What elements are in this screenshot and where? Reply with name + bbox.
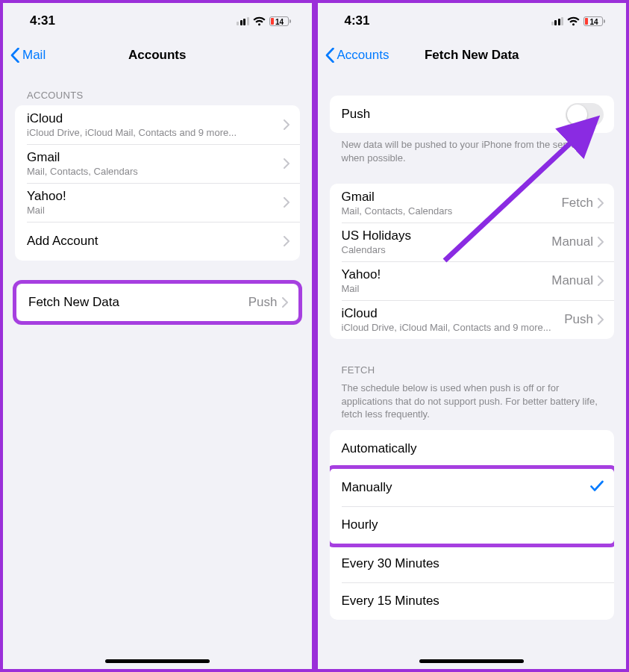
account-row-yahoo[interactable]: Yahoo! Mail Manual [330, 261, 615, 300]
fetch-footer: The schedule below is used when push is … [330, 380, 615, 430]
push-toggle[interactable] [566, 103, 604, 126]
push-row: Push [330, 96, 615, 133]
row-title: Manually [342, 480, 591, 495]
fetch-option-every-15[interactable]: Every 15 Minutes [330, 582, 615, 620]
fetch-option-automatically[interactable]: Automatically [330, 430, 615, 467]
battery-icon: 14 [583, 16, 605, 26]
row-title: Yahoo! [342, 267, 552, 282]
chevron-right-icon [598, 237, 604, 247]
push-group: Push [330, 96, 615, 133]
content: Push New data will be pushed to your iPh… [318, 72, 627, 669]
account-row-yahoo[interactable]: Yahoo! Mail [15, 183, 300, 222]
row-value: Manual [551, 234, 593, 249]
chevron-right-icon [284, 197, 290, 208]
chevron-right-icon [284, 158, 290, 169]
accounts-group: iCloud iCloud Drive, iCloud Mail, Contac… [15, 105, 300, 261]
row-subtitle: Calendars [342, 244, 552, 255]
back-label: Mail [22, 48, 46, 63]
row-title: Yahoo! [27, 189, 284, 204]
row-value: Manual [551, 273, 593, 288]
fetch-option-manually[interactable]: Manually [330, 469, 615, 506]
section-header-fetch: FETCH [330, 339, 615, 380]
row-title: Gmail [27, 150, 284, 165]
battery-icon: 14 [269, 16, 291, 26]
phone-fetch-new-data: 4:31 14 Accounts Fetch New Data [315, 0, 630, 672]
nav-bar: Mail Accounts [3, 39, 312, 72]
cellular-signal-icon [237, 17, 249, 25]
section-header-accounts: ACCOUNTS [15, 72, 300, 105]
wifi-icon [567, 16, 580, 26]
row-title: iCloud [27, 111, 284, 126]
row-title: US Holidays [342, 228, 552, 243]
row-subtitle: iCloud Drive, iCloud Mail, Contacts and … [342, 322, 565, 333]
chevron-left-icon [10, 48, 19, 63]
row-value: Push [248, 295, 278, 310]
checkmark-icon [590, 480, 604, 495]
fetch-option-every-30[interactable]: Every 30 Minutes [330, 545, 615, 582]
row-title: Gmail [342, 190, 562, 205]
content: ACCOUNTS iCloud iCloud Drive, iCloud Mai… [3, 72, 312, 669]
cellular-signal-icon [551, 17, 564, 25]
row-title: Fetch New Data [28, 295, 248, 310]
row-title: Add Account [27, 234, 284, 249]
chevron-left-icon [325, 48, 334, 63]
highlight-fetch-options: Manually Hourly [330, 465, 615, 547]
back-button[interactable]: Accounts [325, 48, 389, 63]
account-row-icloud[interactable]: iCloud iCloud Drive, iCloud Mail, Contac… [15, 105, 300, 144]
chevron-right-icon [598, 276, 604, 286]
accounts-fetch-group: Gmail Mail, Contacts, Calendars Fetch US… [330, 184, 615, 339]
status-bar: 4:31 14 [3, 3, 312, 39]
chevron-right-icon [598, 198, 604, 208]
row-title: Hourly [342, 517, 604, 532]
status-indicators: 14 [551, 16, 606, 26]
row-title: Push [342, 107, 566, 122]
phone-accounts: 4:31 14 Mail Accounts ACC [0, 0, 315, 672]
row-title: iCloud [342, 306, 565, 321]
status-time: 4:31 [30, 13, 55, 28]
row-subtitle: Mail, Contacts, Calendars [342, 205, 562, 217]
fetch-new-data-row[interactable]: Fetch New Data Push [16, 284, 298, 321]
row-subtitle: Mail [342, 283, 552, 294]
account-row-icloud[interactable]: iCloud iCloud Drive, iCloud Mail, Contac… [330, 300, 615, 339]
row-subtitle: Mail, Contacts, Calendars [27, 166, 284, 177]
chevron-right-icon [282, 297, 288, 308]
status-indicators: 14 [237, 16, 291, 26]
chevron-right-icon [284, 236, 290, 246]
fetch-option-hourly[interactable]: Hourly [330, 506, 615, 544]
row-value: Push [564, 312, 593, 327]
chevron-right-icon [598, 314, 604, 325]
nav-bar: Accounts Fetch New Data [318, 39, 627, 72]
back-label: Accounts [337, 48, 389, 63]
account-row-us-holidays[interactable]: US Holidays Calendars Manual [330, 223, 615, 261]
row-title: Every 30 Minutes [342, 556, 604, 571]
push-footer: New data will be pushed to your iPhone f… [330, 133, 615, 164]
row-subtitle: Mail [27, 205, 284, 216]
account-row-gmail[interactable]: Gmail Mail, Contacts, Calendars Fetch [330, 184, 615, 223]
add-account-row[interactable]: Add Account [15, 222, 300, 261]
wifi-icon [253, 16, 266, 26]
row-title: Automatically [342, 441, 604, 456]
home-indicator[interactable] [105, 659, 210, 663]
row-value: Fetch [561, 196, 593, 211]
highlight-fetch-new-data: Fetch New Data Push [13, 280, 302, 325]
chevron-right-icon [284, 119, 290, 130]
page-title: Accounts [3, 48, 312, 63]
status-time: 4:31 [345, 13, 370, 28]
row-subtitle: iCloud Drive, iCloud Mail, Contacts and … [27, 127, 284, 138]
fetch-options-group: Automatically Manually Hourly Every 30 M… [330, 430, 615, 620]
row-title: Every 15 Minutes [342, 594, 604, 609]
status-bar: 4:31 14 [318, 3, 627, 39]
back-button[interactable]: Mail [10, 48, 46, 63]
home-indicator[interactable] [419, 659, 524, 663]
account-row-gmail[interactable]: Gmail Mail, Contacts, Calendars [15, 144, 300, 183]
